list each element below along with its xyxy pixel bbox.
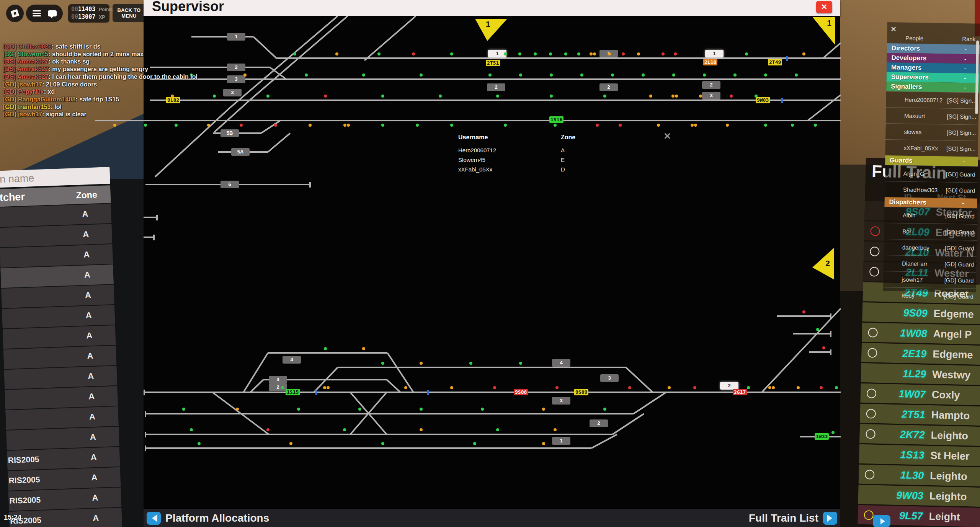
train-row[interactable]: 1W07Coxly xyxy=(860,383,980,405)
dispatcher-row[interactable]: A xyxy=(3,346,117,369)
chat-line: [SG] Slowern45: should be sorted in 2 mi… xyxy=(3,51,248,58)
close-button[interactable]: ✕ xyxy=(816,1,832,13)
people-row-member[interactable]: Arjun_G[GD] Guard xyxy=(885,165,978,183)
dispatcher-row[interactable]: A xyxy=(5,406,119,430)
people-row-category[interactable]: Managers- xyxy=(887,62,979,73)
dispatcher-row[interactable]: A xyxy=(2,305,115,328)
train-row[interactable]: 2T51Hampto xyxy=(860,404,980,426)
dispatcher-row[interactable]: A xyxy=(0,224,112,247)
people-row-category[interactable]: Dispatchers- xyxy=(884,197,977,208)
dispatcher-zone: A xyxy=(87,472,102,483)
people-row-category[interactable]: Directors- xyxy=(887,43,980,54)
train-row[interactable]: 9W03Leighto xyxy=(858,485,980,507)
people-row-category[interactable]: Guards- xyxy=(885,155,978,166)
chat-username: [SG] Slowern45 xyxy=(3,51,48,57)
train-row[interactable]: 2E19Edgeme xyxy=(861,343,980,365)
train-destination: St Heler xyxy=(930,450,970,462)
back-to-menu-button[interactable]: BACK TO MENU xyxy=(113,4,145,22)
clock: 15:24 xyxy=(4,514,21,522)
arrow-right-icon xyxy=(880,518,885,524)
chat-username: [GD] jsowh17 xyxy=(3,81,42,88)
people-row-member[interactable]: Albin[GD] Guard xyxy=(884,207,977,224)
zone-header: Zone xyxy=(561,134,575,141)
close-icon[interactable]: ✕ xyxy=(890,24,897,34)
train-id: 1S13 xyxy=(880,449,924,462)
dispatcher-row[interactable]: RIS2005A xyxy=(8,488,122,511)
people-row-label: Albin xyxy=(903,212,916,219)
dispatcher-row[interactable]: RIS2005A xyxy=(9,508,122,527)
hamburger-icon[interactable] xyxy=(33,10,41,16)
people-row-category[interactable]: Developers- xyxy=(887,53,979,64)
dispatcher-row[interactable]: A xyxy=(3,325,116,349)
search-input[interactable] xyxy=(0,167,110,188)
train-status-circle[interactable] xyxy=(869,267,879,277)
people-row-member[interactable]: Hero20060712[SG] Sign... xyxy=(886,91,979,109)
dispatcher-row[interactable]: A xyxy=(6,427,119,450)
dispatcher-row[interactable]: A xyxy=(0,204,111,227)
prev-page-button[interactable] xyxy=(147,512,161,525)
roblox-menu-button[interactable] xyxy=(6,5,24,22)
people-row-member[interactable]: DianeFarr[GD] Guard xyxy=(884,255,977,272)
train-row[interactable]: 1L30Leighto xyxy=(859,465,980,486)
train-row[interactable]: 1S13St Heler xyxy=(859,444,980,466)
dispatcher-row[interactable]: RIS2005A xyxy=(7,447,120,470)
people-row-rank: - xyxy=(964,84,966,91)
train-status-circle[interactable] xyxy=(866,429,875,439)
close-icon[interactable]: ✕ xyxy=(663,131,671,142)
train-row[interactable]: 9S09Edgeme xyxy=(862,302,980,324)
train-row[interactable]: 2K72Leighto xyxy=(859,424,980,446)
people-row-label: dangerboy xyxy=(902,244,929,251)
next-page-button[interactable] xyxy=(823,512,837,525)
chat-username: [GD] trainfan153 xyxy=(3,104,51,110)
chat-toggle-icon[interactable] xyxy=(48,10,57,16)
people-row-category[interactable]: Signallers- xyxy=(886,82,979,93)
people-row-member[interactable]: Koby[GD] Guard xyxy=(883,287,976,305)
chat-username: [DS] Amtrak527 xyxy=(3,73,49,80)
chat-message: : i can hear them punching the door to t… xyxy=(49,73,198,80)
train-status-circle[interactable] xyxy=(868,328,878,338)
people-row-rank: [GD] Guard xyxy=(945,212,975,219)
train-id: 2T51 xyxy=(881,408,925,421)
chat-username: [QD] Chillax1026 xyxy=(3,43,52,50)
game-screen: 0011403 Points 0013007 XP BACK TO MENU [… xyxy=(0,0,980,527)
dispatcher-row[interactable]: A xyxy=(4,366,118,389)
people-row-label: Koby xyxy=(902,292,915,299)
people-row-member[interactable]: jsowh17[GD] Guard xyxy=(883,271,976,289)
train-status-circle[interactable] xyxy=(865,470,875,480)
chat-line: [GD] RanggaGultom1408: safe trip 1S15 xyxy=(3,96,248,103)
people-row-member[interactable]: Maxuurt[SG] Sign... xyxy=(886,107,979,125)
train-status-circle[interactable] xyxy=(867,348,877,358)
dispatcher-row[interactable]: A xyxy=(0,264,114,288)
dispatcher-row[interactable]: A xyxy=(0,244,113,268)
train-destination: Leight xyxy=(929,510,960,523)
train-destination: Leighto xyxy=(929,490,967,503)
dispatcher-zone: A xyxy=(82,351,98,361)
train-row[interactable]: 1L29Westwy xyxy=(861,363,980,385)
train-status-circle[interactable] xyxy=(867,388,877,398)
dispatcher-row[interactable]: A xyxy=(1,285,114,308)
people-row-member[interactable]: slowas[SG] Sign... xyxy=(885,123,978,141)
dispatcher-row[interactable]: RIS2005A xyxy=(8,467,121,491)
train-status-circle[interactable] xyxy=(870,246,880,256)
chat-message: : should be sorted in 2 mins max xyxy=(48,51,144,57)
train-status-circle[interactable] xyxy=(870,226,880,236)
xp-value: 13007 xyxy=(78,13,95,20)
people-row-member[interactable]: dangerboy[GD] Guard xyxy=(884,239,977,256)
dispatcher-zone: A xyxy=(80,270,95,280)
train-list-arrow-button[interactable] xyxy=(873,515,890,527)
page-title: Supervisor xyxy=(152,0,224,15)
train-status-circle[interactable] xyxy=(864,510,874,520)
train-id: 1W07 xyxy=(882,388,926,401)
xp-prefix: 00 xyxy=(71,13,78,20)
people-row-member[interactable]: Boi[GD] Guard xyxy=(884,223,977,240)
next-page-label: Full Train List xyxy=(749,512,818,524)
roblox-logo-icon xyxy=(11,9,20,18)
train-status-circle[interactable] xyxy=(866,409,876,419)
dispatcher-row[interactable]: A xyxy=(5,386,118,410)
people-row-category[interactable]: Supervisors- xyxy=(887,72,979,83)
people-row-member[interactable]: xXFabi_05Xx[SG] Sign... xyxy=(885,139,978,157)
people-row-label: slowas xyxy=(904,129,921,135)
train-row[interactable]: 1W08Angel P xyxy=(862,323,980,344)
people-row-member[interactable]: ShadHow303[GD] Guard xyxy=(885,181,978,199)
people-row-rank: [SG] Sign... xyxy=(947,113,976,120)
